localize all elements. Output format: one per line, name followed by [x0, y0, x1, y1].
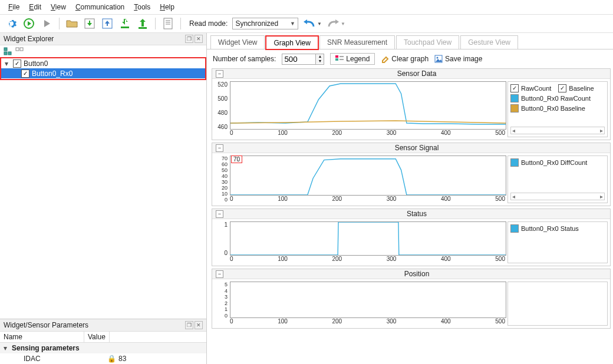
svg-rect-11: [8, 52, 11, 55]
svg-rect-5: [164, 18, 172, 29]
collapse-icon[interactable]: −: [216, 210, 223, 218]
toolbar-sep: [59, 18, 60, 29]
menu-view[interactable]: View: [47, 2, 70, 12]
clear-graph-button[interactable]: Clear graph: [381, 55, 429, 63]
legend-check-label: RawCount: [521, 85, 551, 92]
menu-help[interactable]: Help: [156, 2, 178, 12]
legend-item-label: Button0_Rx0 Baseline: [521, 105, 585, 112]
read-mode-label: Read mode:: [189, 19, 228, 28]
save-icon[interactable]: [83, 17, 96, 30]
checkbox[interactable]: ✓: [558, 84, 566, 92]
chart-status: −Status100100200300400500Button0_Rx0 Sta…: [212, 209, 611, 266]
legend-swatch: [510, 158, 519, 167]
plot-canvas[interactable]: [230, 155, 506, 196]
tree-twisty-icon[interactable]: ▾: [4, 344, 9, 352]
widget-tree[interactable]: ▾ ✓ Button0 ✓ Button0_Rx0: [0, 57, 206, 80]
checkbox[interactable]: ✓: [13, 59, 21, 68]
document-icon[interactable]: [162, 17, 174, 30]
legend-swatch: [510, 94, 519, 102]
collapse-icon[interactable]: −: [216, 144, 223, 152]
tree-item-button0-rx0[interactable]: ✓ Button0_Rx0: [1, 68, 205, 78]
main: Widget View Graph View SNR Measurement T…: [207, 33, 613, 364]
chart-legend: ✓RawCount✓BaselineButton0_Rx0 RawCountBu…: [507, 81, 608, 137]
svg-rect-9: [4, 48, 7, 51]
tab-graph-view[interactable]: Graph View: [266, 36, 318, 49]
graph-toolbar: Number of samples: ▲▼ Legend Clear graph…: [207, 49, 613, 68]
upload-icon[interactable]: [136, 17, 149, 30]
gear-icon[interactable]: [5, 17, 18, 30]
legend-button[interactable]: Legend: [330, 53, 375, 65]
lock-icon: 🔒: [107, 355, 116, 363]
menu-tools[interactable]: Tools: [130, 2, 154, 12]
params-title: Widget/Sensor Parameters: [4, 321, 88, 329]
collapse-icon[interactable]: −: [216, 270, 223, 278]
sidebar: Widget Explorer ❐ ✕ ▾ ✓ Button0 ✓ Button…: [0, 33, 207, 364]
legend-button-label: Legend: [346, 55, 370, 63]
svg-rect-14: [335, 55, 338, 58]
chart-title: Sensor Data: [227, 70, 607, 78]
expand-tree-icon[interactable]: [4, 47, 12, 55]
chart-legend: [507, 282, 608, 326]
samples-spinner[interactable]: ▲▼: [316, 54, 324, 65]
open-icon[interactable]: [65, 17, 78, 30]
collapse-tree-icon[interactable]: [15, 47, 24, 55]
widget-explorer-header: Widget Explorer ❐ ✕: [0, 33, 206, 45]
menubar: File Edit View Communication Tools Help: [0, 0, 613, 15]
legend-swatch: [510, 104, 519, 112]
param-name: IDAC: [0, 353, 104, 364]
chart-position: −Position5432100100200300400500: [212, 269, 611, 329]
menu-edit[interactable]: Edit: [25, 2, 45, 12]
samples-input[interactable]: [282, 54, 316, 65]
clear-graph-label: Clear graph: [391, 55, 429, 63]
chart-title: Position: [227, 270, 607, 278]
save-image-button[interactable]: Save image: [434, 55, 482, 63]
save-image-label: Save image: [445, 55, 482, 63]
tree-twisty-icon[interactable]: ▾: [5, 59, 11, 68]
toolbar-sep: [155, 18, 156, 29]
close-icon[interactable]: ✕: [195, 35, 203, 43]
plot-canvas[interactable]: [230, 282, 506, 318]
restore-icon[interactable]: ❐: [185, 321, 193, 329]
svg-rect-4: [139, 27, 147, 29]
tab-snr[interactable]: SNR Measurement: [319, 35, 395, 49]
tab-widget-view[interactable]: Widget View: [210, 35, 265, 49]
plot-canvas[interactable]: [230, 81, 506, 130]
params-pane: Widget/Sensor Parameters ❐ ✕ Name Value …: [0, 319, 206, 364]
legend-item-label: Button0_Rx0 RawCount: [521, 95, 591, 102]
plot-canvas[interactable]: [230, 221, 506, 256]
tabs: Widget View Graph View SNR Measurement T…: [207, 33, 613, 49]
menu-communication[interactable]: Communication: [72, 2, 128, 12]
checkbox[interactable]: ✓: [21, 70, 29, 78]
params-group[interactable]: ▾ Sensing parameters: [0, 343, 206, 353]
param-row-idac[interactable]: IDAC 🔒 83: [0, 353, 206, 364]
highlight-badge: 70: [231, 155, 242, 163]
params-group-label: Sensing parameters: [12, 344, 80, 352]
explorer-toolbar: [0, 45, 206, 57]
download-icon[interactable]: [118, 17, 131, 30]
play-circle-icon[interactable]: [22, 17, 35, 30]
col-value[interactable]: Value: [84, 332, 110, 342]
legend-scrollbar[interactable]: ◂▸: [510, 193, 605, 200]
read-mode-value: Synchronized: [235, 19, 278, 28]
collapse-icon[interactable]: −: [216, 70, 223, 78]
restore-icon[interactable]: ❐: [185, 35, 193, 43]
checkbox[interactable]: ✓: [510, 84, 519, 92]
read-mode-select[interactable]: Synchronized ▼: [232, 18, 298, 29]
import-icon[interactable]: [101, 17, 114, 30]
dropdown-icon: ▼: [317, 21, 322, 27]
menu-file[interactable]: File: [5, 2, 23, 12]
toolbar: Read mode: Synchronized ▼ ▼ ▼: [0, 15, 613, 33]
close-icon[interactable]: ✕: [195, 321, 203, 329]
col-name[interactable]: Name: [0, 332, 84, 342]
params-header: Widget/Sensor Parameters ❐ ✕: [0, 319, 206, 332]
redo-button[interactable]: ▼: [327, 18, 345, 29]
svg-rect-3: [121, 27, 129, 28]
tree-item-button0[interactable]: ▾ ✓ Button0: [1, 58, 205, 68]
undo-button[interactable]: ▼: [303, 18, 322, 29]
play-icon[interactable]: [40, 17, 53, 30]
params-columns: Name Value: [0, 332, 206, 343]
legend-scrollbar[interactable]: ◂▸: [510, 127, 605, 134]
chart-title: Status: [227, 210, 607, 218]
toolbar-sep: [180, 18, 181, 29]
svg-point-19: [437, 57, 439, 59]
